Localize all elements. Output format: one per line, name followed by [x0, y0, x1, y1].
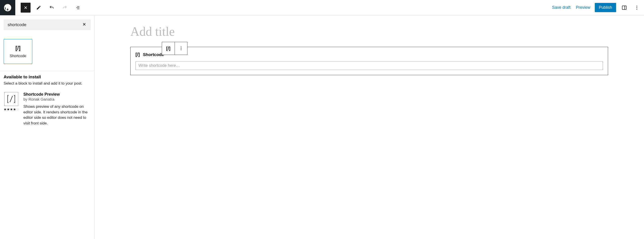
editor-canvas: Add title [/] [/] Shortcode: [94, 15, 644, 239]
close-icon: [23, 6, 28, 10]
svg-line-12: [83, 23, 86, 26]
shortcode-icon: [6, 94, 16, 104]
pencil-icon: [36, 5, 41, 10]
kebab-icon: [179, 46, 184, 51]
install-section: Available to install Select a block to i…: [0, 71, 94, 130]
shortcode-block-header: [/] Shortcode: [136, 52, 603, 57]
shortcode-input[interactable]: [136, 61, 603, 70]
svg-point-16: [181, 50, 181, 50]
clear-search-button[interactable]: [82, 22, 86, 28]
svg-point-9: [636, 7, 637, 8]
undo-icon: [49, 5, 54, 10]
list-view-icon: [75, 5, 80, 10]
svg-point-15: [181, 48, 181, 49]
shortcode-block-card[interactable]: [/] Shortcode: [4, 39, 32, 64]
top-toolbar: Save draft Preview Publish: [0, 0, 644, 15]
toolbar-right: Save draft Preview Publish: [551, 3, 644, 12]
toolbar-left: [15, 3, 83, 13]
redo-icon: [62, 5, 67, 10]
shortcode-icon: [/]: [166, 46, 170, 51]
svg-point-8: [636, 6, 637, 7]
redo-button: [60, 3, 70, 13]
shortcode-block: [/] Shortcode: [130, 47, 608, 75]
wordpress-logo-button[interactable]: [0, 0, 15, 15]
svg-line-1: [24, 7, 27, 9]
sidebar-icon: [622, 5, 627, 10]
shortcode-icon: [/]: [136, 52, 140, 57]
star-icon: ★: [13, 107, 16, 111]
plugin-icon-column: ★ ★ ★ ★ ☆: [4, 92, 19, 126]
publish-button[interactable]: Publish: [595, 3, 616, 12]
star-icon: ★: [10, 107, 13, 111]
svg-point-14: [181, 47, 181, 47]
close-icon: [82, 22, 86, 27]
svg-line-2: [24, 7, 27, 9]
rating-stars: ★ ★ ★ ★ ☆: [4, 107, 19, 111]
svg-point-0: [4, 4, 11, 11]
settings-sidebar-toggle[interactable]: [620, 3, 629, 12]
block-toolbar: [/]: [162, 42, 188, 55]
plugin-item[interactable]: ★ ★ ★ ★ ☆ Shortcode Preview by Ronak Gan…: [4, 92, 90, 126]
svg-line-11: [83, 23, 86, 26]
close-inserter-button[interactable]: [21, 3, 30, 13]
star-empty-icon: ☆: [16, 107, 19, 111]
star-icon: ★: [7, 107, 10, 111]
plugin-info: Shortcode Preview by Ronak Ganatra Shows…: [23, 92, 90, 126]
svg-point-10: [636, 9, 637, 10]
svg-rect-6: [622, 6, 626, 10]
block-results: [/] Shortcode: [0, 34, 94, 69]
svg-line-13: [10, 96, 12, 102]
preview-button[interactable]: Preview: [575, 3, 591, 12]
post-title-input[interactable]: Add title: [130, 24, 608, 39]
kebab-icon: [634, 5, 640, 10]
options-menu-button[interactable]: [632, 3, 641, 12]
shortcode-block-label: Shortcode: [143, 52, 164, 57]
undo-button[interactable]: [47, 3, 57, 13]
block-type-button[interactable]: [/]: [162, 42, 174, 55]
edit-button[interactable]: [34, 3, 44, 13]
plugin-author: by Ronak Ganatra: [23, 97, 90, 102]
star-icon: ★: [4, 107, 6, 111]
inserter-panel: [/] Shortcode Available to install Selec…: [0, 15, 94, 239]
block-card-label: Shortcode: [10, 54, 26, 58]
shortcode-icon: [/]: [16, 45, 21, 51]
main-area: [/] Shortcode Available to install Selec…: [0, 15, 644, 239]
plugin-icon: [4, 92, 18, 106]
install-subheading: Select a block to install and add it to …: [4, 81, 90, 86]
plugin-title: Shortcode Preview: [23, 92, 90, 97]
plugin-description: Shows preview of any shortcode on editor…: [23, 104, 90, 126]
block-search-box: [4, 19, 90, 30]
wordpress-icon: [4, 4, 12, 12]
save-draft-button[interactable]: Save draft: [551, 3, 572, 12]
block-search-input[interactable]: [8, 22, 82, 27]
install-heading: Available to install: [4, 75, 90, 79]
document-overview-button[interactable]: [73, 3, 83, 13]
block-options-button[interactable]: [174, 42, 187, 55]
